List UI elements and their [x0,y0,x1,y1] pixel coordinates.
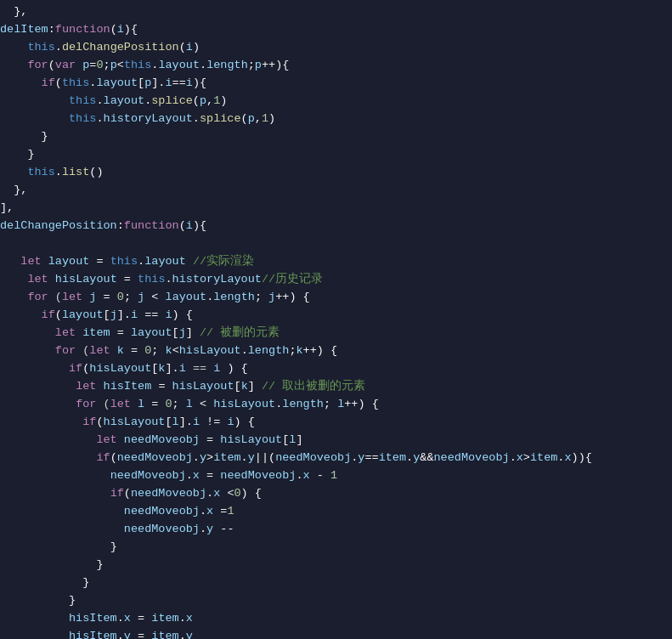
code-line-26: if(needMoveobj.y>item.y||(needMoveobj.y=… [0,450,672,467]
code-line-11: }, [0,182,672,200]
code-line-28: if(needMoveobj.x <0) { [0,485,672,503]
code-line-34: } [0,592,672,610]
code-line-2: delItem:function(i){ [0,21,672,39]
code-line-21: if(hisLayout[k].i == i ) { [0,360,672,378]
code-line-35: hisItem.x = item.x [0,610,672,628]
code-line-10: this.list() [0,164,672,182]
code-line-32: } [0,557,672,574]
code-line-13: delChangePosition:function(i){ [0,218,672,235]
code-line-16: let hisLayout = this.historyLayout//历史记录 [0,271,672,289]
code-line-8: } [0,128,672,146]
code-line-7: this.historyLayout.splice(p,1) [0,110,672,128]
code-line-23: for (let l = 0; l < hisLayout.length; l+… [0,396,672,414]
code-line-29: needMoveobj.x =1 [0,503,672,521]
code-line-20: for (let k = 0; k<hisLayout.length;k++) … [0,342,672,360]
code-line-18: if(layout[j].i == i) { [0,307,672,325]
code-line-3: this.delChangePosition(i) [0,39,672,57]
code-line-30: needMoveobj.y -- [0,521,672,539]
code-line-4: for(var p=0;p<this.layout.length;p++){ [0,57,672,75]
code-line-15: let layout = this.layout //实际渲染 [0,253,672,271]
code-line-22: let hisItem = hisLayout[k] // 取出被删的元素 [0,378,672,396]
code-line-12: ], [0,200,672,218]
code-line-14 [0,235,672,253]
code-line-25: let needMoveobj = hisLayout[l] [0,432,672,450]
code-line-9: } [0,146,672,164]
code-line-5: if(this.layout[p].i==i){ [0,75,672,93]
code-line-24: if(hisLayout[l].i != i) { [0,414,672,432]
code-line-31: } [0,539,672,557]
code-line-27: needMoveobj.x = needMoveobj.x - 1 [0,467,672,485]
code-editor: }, delItem:function(i){ this.delChangePo… [0,0,672,639]
code-line-33: } [0,574,672,592]
code-line-1: }, [0,3,672,21]
code-line-6: this.layout.splice(p,1) [0,93,672,110]
code-line-36: hisItem.y = item.y [0,628,672,639]
code-line-17: for (let j = 0; j < layout.length; j++) … [0,289,672,307]
code-line-19: let item = layout[j] // 被删的元素 [0,325,672,342]
